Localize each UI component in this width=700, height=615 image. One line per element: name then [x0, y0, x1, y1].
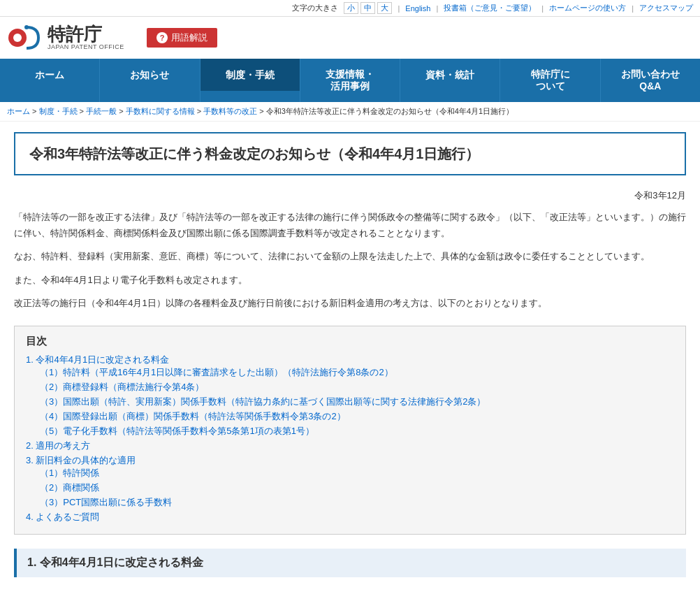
- nav-item-contact[interactable]: お問い合わせQ&A: [601, 59, 700, 102]
- toc-link-3[interactable]: 3. 新旧料金の具体的な適用: [26, 455, 136, 465]
- font-medium-link[interactable]: 中: [360, 2, 375, 14]
- body-paragraph-2: なお、特許料、登録料（実用新案、意匠、商標）等について、法律において金額の上限を…: [14, 248, 686, 264]
- toc-sub-item-1-3: （3）国際出願（特許、実用新案）関係手数料（特許協力条約に基づく国際出願等に関す…: [40, 396, 674, 408]
- body-paragraph-1: 「特許法等の一部を改正する法律」及び「特許法等の一部を改正する法律の施行に伴う関…: [14, 209, 686, 242]
- section1-heading: 1. 令和4年4月1日に改定される料金: [14, 549, 686, 577]
- date-line: 令和3年12月: [14, 189, 686, 202]
- nav-link-shien[interactable]: 支援情報・活用事例: [300, 59, 400, 102]
- toc-item-2: 2. 適用の考え方: [26, 440, 674, 452]
- logo-text: 特許庁 JAPAN PATENT OFFICE: [48, 25, 124, 50]
- nav-item-shiryo[interactable]: 資料・統計: [400, 59, 500, 102]
- main-nav: ホーム お知らせ 制度・手続 支援情報・活用事例 資料・統計 特許庁について お…: [0, 59, 700, 102]
- breadcrumb-tetsuzuki[interactable]: 手続一般: [86, 107, 117, 115]
- nav-link-contact[interactable]: お問い合わせQ&A: [601, 59, 700, 102]
- toc-sub-link-1-4[interactable]: （4）国際登録出願（商標）関係手数料（特許法等関係手数料令第3条の2）: [40, 411, 346, 421]
- sitemap-link[interactable]: アクセスマップ: [639, 3, 693, 13]
- font-large-link[interactable]: 大: [377, 2, 392, 14]
- toc-sub-item-1-1: （1）特許料（平成16年4月1日以降に審査請求をした出願）（特許法施行令第8条の…: [40, 366, 674, 379]
- toc-item-1: 1. 令和4年4月1日に改定される料金 （1）特許料（平成16年4月1日以降に審…: [26, 354, 674, 437]
- toc-sub-item-1-2: （2）商標登録料（商標法施行令第4条）: [40, 381, 674, 393]
- toc-sub-link-1-2[interactable]: （2）商標登録料（商標法施行令第4条）: [40, 382, 204, 392]
- logo-kanji: 特許庁: [48, 25, 102, 43]
- toc-list: 1. 令和4年4月1日に改定される料金 （1）特許料（平成16年4月1日以降に審…: [26, 354, 674, 523]
- toc-sub-1: （1）特許料（平成16年4月1日以降に審査請求をした出願）（特許法施行令第8条の…: [26, 366, 674, 437]
- toc-sub-link-3-1[interactable]: （1）特許関係: [40, 468, 99, 478]
- nav-link-home[interactable]: ホーム: [0, 59, 99, 91]
- nav-item-news[interactable]: お知らせ: [100, 59, 200, 102]
- nav-link-about[interactable]: 特許庁について: [500, 59, 599, 102]
- nav-link-shiryo[interactable]: 資料・統計: [400, 59, 500, 91]
- toc-link-4[interactable]: 4. よくあるご質問: [26, 512, 99, 522]
- body-paragraph-4: 改正法等の施行日（令和4年4月1日）以降の各種料金及び施行日前後における新旧料金…: [14, 295, 686, 311]
- breadcrumb-home[interactable]: ホーム: [7, 107, 30, 115]
- toc-sub-item-3-3: （3）PCT国際出願に係る手数料: [40, 496, 674, 509]
- breadcrumb-kaiei[interactable]: 手数料等の改正: [203, 107, 257, 115]
- font-size-label: 文字の大きさ: [292, 3, 338, 13]
- toc-item-4: 4. よくあるご質問: [26, 511, 674, 523]
- toc-item-3: 3. 新旧料金の具体的な適用 （1）特許関係 （2）商標関係 （3）PCT国際出…: [26, 454, 674, 509]
- header: 特許庁 JAPAN PATENT OFFICE ? 用語解説: [0, 17, 700, 59]
- logo-area: 特許庁 JAPAN PATENT OFFICE: [7, 20, 133, 55]
- font-small-link[interactable]: 小: [344, 2, 358, 14]
- feedback-link[interactable]: 投書箱（ご意見・ご要望）: [444, 3, 536, 13]
- toc-sub-link-3-2[interactable]: （2）商標関係: [40, 482, 99, 493]
- english-link[interactable]: English: [405, 4, 430, 13]
- toc-sub-link-1-5[interactable]: （5）電子化手数料（特許法等関係手数料令第5条第1項の表第1号）: [40, 426, 314, 436]
- toc-sub-item-1-5: （5）電子化手数料（特許法等関係手数料令第5条第1項の表第1号）: [40, 425, 674, 437]
- logo-en: JAPAN PATENT OFFICE: [48, 43, 124, 50]
- breadcrumb: ホーム > 制度・手続 > 手続一般 > 手数料に関する情報 > 手数料等の改正…: [0, 102, 700, 122]
- toc-sub-item-3-1: （1）特許関係: [40, 467, 674, 479]
- breadcrumb-current: 令和3年特許法等改正に伴う料金改定のお知らせ（令和4年4月1日施行）: [266, 107, 513, 115]
- toc-sub-3: （1）特許関係 （2）商標関係 （3）PCT国際出願に係る手数料: [26, 467, 674, 509]
- breadcrumb-seido[interactable]: 制度・手続: [39, 107, 78, 115]
- yougo-label: 用語解説: [171, 31, 207, 44]
- breadcrumb-tesuuryo[interactable]: 手数料に関する情報: [126, 107, 195, 115]
- yougo-button[interactable]: ? 用語解説: [147, 28, 217, 48]
- logo-icon: [7, 20, 42, 55]
- svg-point-2: [24, 25, 29, 29]
- toc-sub-link-3-3[interactable]: （3）PCT国際出願に係る手数料: [40, 497, 172, 507]
- header-right: ? 用語解説: [133, 28, 217, 48]
- toc-link-2[interactable]: 2. 適用の考え方: [26, 440, 90, 451]
- main-content: 令和3年特許法等改正に伴う料金改定のお知らせ（令和4年4月1日施行） 令和3年1…: [0, 122, 700, 588]
- toc-sub-link-1-3[interactable]: （3）国際出願（特許、実用新案）関係手数料（特許協力条約に基づく国際出願等に関す…: [40, 396, 486, 407]
- toc-title: 目次: [26, 335, 674, 348]
- nav-link-seido[interactable]: 制度・手続: [200, 59, 300, 91]
- toc-sub-item-1-4: （4）国際登録出願（商標）関係手数料（特許法等関係手数料令第3条の2）: [40, 410, 674, 423]
- toc-link-1[interactable]: 1. 令和4年4月1日に改定される料金: [26, 354, 169, 365]
- toc-sub-item-3-2: （2）商標関係: [40, 482, 674, 494]
- font-size-controls: 小 中 大: [344, 2, 392, 14]
- toc-sub-link-1-1[interactable]: （1）特許料（平成16年4月1日以降に審査請求をした出願）（特許法施行令第8条の…: [40, 367, 393, 377]
- nav-item-seido[interactable]: 制度・手続: [200, 59, 300, 102]
- question-icon: ?: [156, 32, 168, 43]
- toc-box: 目次 1. 令和4年4月1日に改定される料金 （1）特許料（平成16年4月1日以…: [14, 326, 686, 535]
- page-title-box: 令和3年特許法等改正に伴う料金改定のお知らせ（令和4年4月1日施行）: [14, 132, 686, 175]
- howto-link[interactable]: ホームページの使い方: [549, 3, 626, 13]
- svg-point-1: [13, 34, 22, 42]
- nav-item-about[interactable]: 特許庁について: [500, 59, 600, 102]
- nav-item-shien[interactable]: 支援情報・活用事例: [300, 59, 400, 102]
- body-paragraph-3: また、令和4年4月1日より電子化手数料も改定されます。: [14, 272, 686, 288]
- nav-link-news[interactable]: お知らせ: [100, 59, 199, 91]
- top-bar: 文字の大きさ 小 中 大 | English | 投書箱（ご意見・ご要望） | …: [0, 0, 700, 17]
- page-title: 令和3年特許法等改正に伴う料金改定のお知らせ（令和4年4月1日施行）: [29, 144, 671, 164]
- nav-item-home[interactable]: ホーム: [0, 59, 100, 102]
